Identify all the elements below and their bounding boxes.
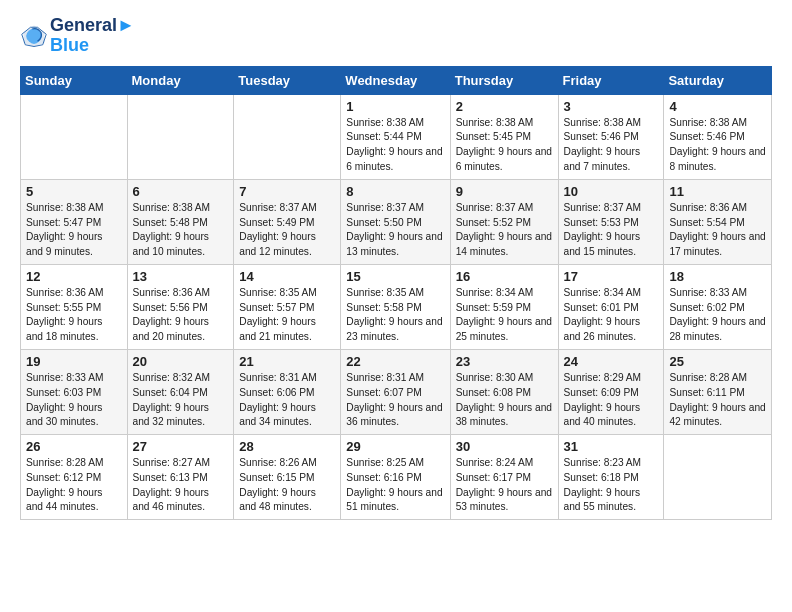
day-number: 2 [456,99,553,114]
cell-details: Sunrise: 8:30 AM Sunset: 6:08 PM Dayligh… [456,371,553,430]
day-number: 29 [346,439,444,454]
day-number: 19 [26,354,122,369]
calendar-cell: 29Sunrise: 8:25 AM Sunset: 6:16 PM Dayli… [341,435,450,520]
calendar-cell: 2Sunrise: 8:38 AM Sunset: 5:45 PM Daylig… [450,94,558,179]
day-number: 17 [564,269,659,284]
calendar-cell: 24Sunrise: 8:29 AM Sunset: 6:09 PM Dayli… [558,349,664,434]
cell-details: Sunrise: 8:34 AM Sunset: 6:01 PM Dayligh… [564,286,659,345]
calendar-cell [127,94,234,179]
calendar-week-row: 1Sunrise: 8:38 AM Sunset: 5:44 PM Daylig… [21,94,772,179]
cell-details: Sunrise: 8:32 AM Sunset: 6:04 PM Dayligh… [133,371,229,430]
calendar-cell: 5Sunrise: 8:38 AM Sunset: 5:47 PM Daylig… [21,179,128,264]
cell-details: Sunrise: 8:38 AM Sunset: 5:45 PM Dayligh… [456,116,553,175]
calendar-cell: 26Sunrise: 8:28 AM Sunset: 6:12 PM Dayli… [21,435,128,520]
day-number: 18 [669,269,766,284]
calendar-week-row: 5Sunrise: 8:38 AM Sunset: 5:47 PM Daylig… [21,179,772,264]
cell-details: Sunrise: 8:28 AM Sunset: 6:12 PM Dayligh… [26,456,122,515]
logo-icon [20,22,48,50]
day-number: 25 [669,354,766,369]
cell-details: Sunrise: 8:24 AM Sunset: 6:17 PM Dayligh… [456,456,553,515]
calendar-header-row: SundayMondayTuesdayWednesdayThursdayFrid… [21,66,772,94]
day-number: 15 [346,269,444,284]
weekday-header-thursday: Thursday [450,66,558,94]
day-number: 28 [239,439,335,454]
day-number: 9 [456,184,553,199]
cell-details: Sunrise: 8:28 AM Sunset: 6:11 PM Dayligh… [669,371,766,430]
day-number: 6 [133,184,229,199]
page-header: General► Blue [20,16,772,56]
cell-details: Sunrise: 8:27 AM Sunset: 6:13 PM Dayligh… [133,456,229,515]
cell-details: Sunrise: 8:38 AM Sunset: 5:48 PM Dayligh… [133,201,229,260]
calendar-cell: 23Sunrise: 8:30 AM Sunset: 6:08 PM Dayli… [450,349,558,434]
calendar-table: SundayMondayTuesdayWednesdayThursdayFrid… [20,66,772,521]
day-number: 8 [346,184,444,199]
day-number: 27 [133,439,229,454]
day-number: 26 [26,439,122,454]
day-number: 4 [669,99,766,114]
calendar-cell: 21Sunrise: 8:31 AM Sunset: 6:06 PM Dayli… [234,349,341,434]
cell-details: Sunrise: 8:37 AM Sunset: 5:52 PM Dayligh… [456,201,553,260]
calendar-cell: 13Sunrise: 8:36 AM Sunset: 5:56 PM Dayli… [127,264,234,349]
page-container: General► Blue SundayMondayTuesdayWednesd… [0,0,792,530]
calendar-cell: 17Sunrise: 8:34 AM Sunset: 6:01 PM Dayli… [558,264,664,349]
cell-details: Sunrise: 8:23 AM Sunset: 6:18 PM Dayligh… [564,456,659,515]
day-number: 20 [133,354,229,369]
calendar-cell: 25Sunrise: 8:28 AM Sunset: 6:11 PM Dayli… [664,349,772,434]
weekday-header-sunday: Sunday [21,66,128,94]
cell-details: Sunrise: 8:33 AM Sunset: 6:02 PM Dayligh… [669,286,766,345]
calendar-cell: 16Sunrise: 8:34 AM Sunset: 5:59 PM Dayli… [450,264,558,349]
calendar-cell: 27Sunrise: 8:27 AM Sunset: 6:13 PM Dayli… [127,435,234,520]
cell-details: Sunrise: 8:38 AM Sunset: 5:47 PM Dayligh… [26,201,122,260]
weekday-header-tuesday: Tuesday [234,66,341,94]
logo: General► Blue [20,16,135,56]
weekday-header-wednesday: Wednesday [341,66,450,94]
day-number: 7 [239,184,335,199]
cell-details: Sunrise: 8:37 AM Sunset: 5:50 PM Dayligh… [346,201,444,260]
weekday-header-monday: Monday [127,66,234,94]
weekday-header-friday: Friday [558,66,664,94]
cell-details: Sunrise: 8:31 AM Sunset: 6:07 PM Dayligh… [346,371,444,430]
calendar-cell: 4Sunrise: 8:38 AM Sunset: 5:46 PM Daylig… [664,94,772,179]
day-number: 14 [239,269,335,284]
calendar-cell: 22Sunrise: 8:31 AM Sunset: 6:07 PM Dayli… [341,349,450,434]
calendar-cell: 28Sunrise: 8:26 AM Sunset: 6:15 PM Dayli… [234,435,341,520]
calendar-cell: 6Sunrise: 8:38 AM Sunset: 5:48 PM Daylig… [127,179,234,264]
cell-details: Sunrise: 8:35 AM Sunset: 5:58 PM Dayligh… [346,286,444,345]
calendar-cell: 9Sunrise: 8:37 AM Sunset: 5:52 PM Daylig… [450,179,558,264]
cell-details: Sunrise: 8:37 AM Sunset: 5:49 PM Dayligh… [239,201,335,260]
calendar-cell: 19Sunrise: 8:33 AM Sunset: 6:03 PM Dayli… [21,349,128,434]
calendar-cell: 1Sunrise: 8:38 AM Sunset: 5:44 PM Daylig… [341,94,450,179]
day-number: 22 [346,354,444,369]
calendar-cell: 3Sunrise: 8:38 AM Sunset: 5:46 PM Daylig… [558,94,664,179]
calendar-week-row: 12Sunrise: 8:36 AM Sunset: 5:55 PM Dayli… [21,264,772,349]
calendar-cell [21,94,128,179]
day-number: 12 [26,269,122,284]
calendar-cell: 8Sunrise: 8:37 AM Sunset: 5:50 PM Daylig… [341,179,450,264]
day-number: 13 [133,269,229,284]
day-number: 31 [564,439,659,454]
calendar-cell: 30Sunrise: 8:24 AM Sunset: 6:17 PM Dayli… [450,435,558,520]
cell-details: Sunrise: 8:34 AM Sunset: 5:59 PM Dayligh… [456,286,553,345]
calendar-cell [234,94,341,179]
cell-details: Sunrise: 8:25 AM Sunset: 6:16 PM Dayligh… [346,456,444,515]
day-number: 30 [456,439,553,454]
calendar-cell: 7Sunrise: 8:37 AM Sunset: 5:49 PM Daylig… [234,179,341,264]
calendar-cell: 15Sunrise: 8:35 AM Sunset: 5:58 PM Dayli… [341,264,450,349]
calendar-cell: 20Sunrise: 8:32 AM Sunset: 6:04 PM Dayli… [127,349,234,434]
cell-details: Sunrise: 8:29 AM Sunset: 6:09 PM Dayligh… [564,371,659,430]
weekday-header-saturday: Saturday [664,66,772,94]
calendar-cell: 31Sunrise: 8:23 AM Sunset: 6:18 PM Dayli… [558,435,664,520]
calendar-cell: 11Sunrise: 8:36 AM Sunset: 5:54 PM Dayli… [664,179,772,264]
logo-text: General► Blue [50,16,135,56]
day-number: 16 [456,269,553,284]
calendar-cell [664,435,772,520]
cell-details: Sunrise: 8:36 AM Sunset: 5:55 PM Dayligh… [26,286,122,345]
day-number: 1 [346,99,444,114]
day-number: 21 [239,354,335,369]
cell-details: Sunrise: 8:33 AM Sunset: 6:03 PM Dayligh… [26,371,122,430]
day-number: 3 [564,99,659,114]
cell-details: Sunrise: 8:36 AM Sunset: 5:56 PM Dayligh… [133,286,229,345]
day-number: 24 [564,354,659,369]
cell-details: Sunrise: 8:36 AM Sunset: 5:54 PM Dayligh… [669,201,766,260]
day-number: 10 [564,184,659,199]
